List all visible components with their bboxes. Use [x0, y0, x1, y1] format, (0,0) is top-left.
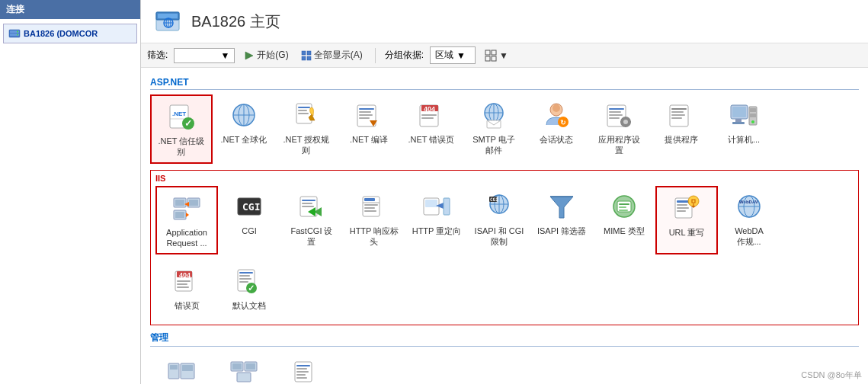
svg-rect-81 [175, 200, 184, 206]
start-label: 开始(G) [257, 49, 288, 62]
svg-text:404: 404 [424, 105, 435, 113]
svg-text:CGI: CGI [242, 201, 260, 213]
svg-rect-69 [671, 111, 684, 113]
svg-point-62 [623, 120, 628, 124]
view-toggle-button[interactable]: ▼ [482, 48, 511, 63]
svg-rect-92 [302, 203, 312, 204]
svg-text:✓: ✓ [248, 283, 255, 293]
dotnet-globalize-label: .NET 全球化 [221, 134, 267, 145]
filter-dropdown[interactable]: ▼ [174, 48, 235, 63]
svg-rect-134 [177, 280, 191, 282]
svg-rect-138 [239, 272, 253, 274]
content-area: ASP.NET .NET ✓ .NET 信任级别 [141, 68, 868, 384]
management-section: 管理 [150, 331, 859, 384]
mime-icon[interactable]: MIME 类型 [593, 186, 655, 255]
svg-text:.NET: .NET [172, 110, 186, 117]
view-icon [485, 50, 497, 62]
smtp-img [478, 99, 510, 131]
management-section-header: 管理 [150, 331, 859, 347]
show-all-button[interactable]: 全部显示(A) [298, 47, 366, 63]
fastcgi-img [296, 190, 328, 222]
svg-rect-37 [359, 114, 373, 116]
smtp-icon[interactable]: SMTP 电子邮件 [463, 94, 525, 164]
dotnet-error-label: .NET 错误页 [408, 134, 455, 145]
svg-rect-44 [421, 117, 434, 119]
svg-rect-75 [732, 122, 745, 124]
svg-text:✓: ✓ [184, 118, 192, 129]
webdav-label: WebDA作规... [735, 226, 764, 248]
machine-img [728, 99, 760, 131]
svg-rect-20 [492, 56, 496, 61]
cgi-icon[interactable]: CGI CGI [218, 186, 280, 255]
svg-rect-16 [307, 56, 311, 60]
dotnet-auth-label: .NET 授权规则 [283, 134, 330, 156]
dotnet-globalize-icon[interactable]: .NET 全球化 [213, 94, 275, 164]
dotnet-globalize-img [228, 99, 260, 131]
dotnet-trust-icon[interactable]: .NET ✓ .NET 信任级别 [150, 94, 213, 164]
mgmt-icon-3[interactable] [275, 351, 338, 384]
dotnet-compile-icon[interactable]: .NET 编译 [338, 94, 400, 164]
app-request-icon[interactable]: ApplicationRequest ... [155, 186, 218, 255]
http-redirect-label: HTTP 重定向 [412, 226, 462, 236]
default-doc-label: 默认文档 [232, 300, 266, 311]
machine-label: 计算机... [728, 134, 760, 145]
svg-rect-86 [175, 212, 184, 218]
server-icon [8, 27, 21, 40]
mime-img [608, 190, 640, 222]
dotnet-error-icon[interactable]: 404 .NET 错误页 [400, 94, 463, 164]
app-settings-icon[interactable]: 应用程序设置 [588, 94, 650, 164]
svg-rect-122 [677, 207, 689, 209]
http-headers-icon[interactable]: HTTP 响应标头 [343, 186, 405, 255]
isapi-filter-img [546, 190, 578, 222]
isapi-filter-icon[interactable]: ISAPI 筛选器 [530, 186, 593, 255]
svg-rect-118 [619, 210, 628, 211]
machine-icon[interactable]: 计算机... [713, 94, 775, 164]
sidebar-item-ba1826[interactable]: BA1826 (DOMCOR [3, 24, 137, 43]
dotnet-auth-icon[interactable]: .NET 授权规则 [275, 94, 338, 164]
svg-text:CGI: CGI [490, 197, 498, 202]
start-button[interactable]: 开始(G) [241, 47, 291, 63]
filter-label: 筛选: [147, 49, 168, 62]
toolbar: 筛选: ▼ 开始(G) 全部显示(A) 分组依据: 区域 ▼ [141, 43, 868, 68]
fastcgi-label: FastCGI 设置 [290, 226, 332, 248]
sidebar-item-label: BA1826 (DOMCOR [24, 29, 98, 38]
svg-rect-13 [302, 51, 306, 55]
http-redirect-icon[interactable]: HTTP 重定向 [405, 186, 468, 255]
http-headers-img [358, 190, 390, 222]
svg-marker-112 [550, 197, 573, 218]
error-pages-label: 错误页 [175, 300, 200, 311]
mgmt-icon-1[interactable] [150, 351, 213, 384]
svg-point-4 [17, 34, 18, 36]
dotnet-compile-img [353, 99, 385, 131]
default-doc-icon[interactable]: ✓ 默认文档 [218, 261, 280, 315]
app-settings-img [603, 99, 635, 131]
url-rewrite-img [671, 192, 703, 224]
fastcgi-icon[interactable]: FastCGI 设置 [280, 186, 343, 255]
svg-rect-31 [298, 107, 310, 108]
isapi-filter-label: ISAPI 筛选器 [537, 226, 586, 236]
iis-second-row-grid: 404 错误页 [155, 261, 854, 315]
svg-rect-78 [750, 114, 756, 117]
error-pages-icon[interactable]: 404 错误页 [155, 261, 218, 315]
provider-icon[interactable]: 提供程序 [650, 94, 713, 164]
view-toggle-arrow: ▼ [499, 50, 508, 61]
webdav-icon[interactable]: WebDAV WebDA作规... [718, 186, 780, 255]
svg-marker-87 [186, 213, 189, 217]
session-icon[interactable]: ↻ 会话状态 [525, 94, 588, 164]
aspnet-icons-grid: .NET ✓ .NET 信任级别 [150, 94, 859, 164]
iis-icons-grid: ApplicationRequest ... CGI CGI [155, 186, 854, 255]
svg-rect-151 [246, 363, 255, 370]
svg-rect-43 [421, 114, 437, 116]
svg-rect-136 [177, 286, 189, 288]
isapi-cgi-icon[interactable]: CGI ISAPI 和 CGI限制 [468, 186, 530, 255]
url-rewrite-label: URL 重写 [669, 227, 705, 238]
url-rewrite-icon[interactable]: URL 重写 [655, 186, 718, 255]
svg-rect-64 [625, 125, 626, 127]
svg-text:404: 404 [179, 271, 191, 279]
svg-rect-33 [298, 113, 309, 114]
svg-rect-91 [302, 200, 315, 201]
app-settings-label: 应用程序设置 [598, 134, 640, 156]
mgmt-icon-2[interactable] [213, 351, 275, 384]
group-by-dropdown[interactable]: 区域 ▼ [430, 46, 476, 64]
dotnet-trust-label: .NET 信任级别 [159, 136, 205, 158]
